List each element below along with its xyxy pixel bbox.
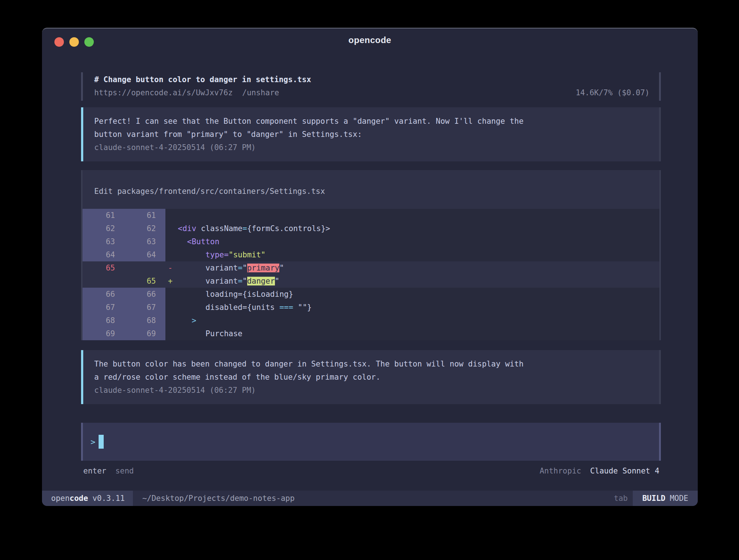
diff-row: 6969 Purchase bbox=[83, 327, 659, 340]
message-line: a red/rose color scheme instead of the b… bbox=[94, 371, 650, 384]
mode-indicator: BUILD MODE bbox=[633, 491, 698, 506]
diff-row: 6161 bbox=[83, 209, 659, 222]
message-line: The button color has been changed to dan… bbox=[94, 357, 650, 371]
code-line: loading={isLoading} bbox=[178, 288, 659, 301]
line-number-old bbox=[83, 275, 125, 288]
line-number-old: 64 bbox=[83, 248, 125, 261]
line-number-new: 66 bbox=[125, 288, 165, 301]
code-line: <div className={formCs.controls}> bbox=[178, 222, 659, 235]
line-number-new: 62 bbox=[125, 222, 165, 235]
diff-row: 6868 > bbox=[83, 314, 659, 327]
diff-marker: + bbox=[165, 275, 178, 288]
text-cursor bbox=[99, 435, 104, 449]
line-number-old: 68 bbox=[83, 314, 125, 327]
diff-row: 65+ variant="danger" bbox=[83, 275, 659, 288]
prompt-input[interactable]: > bbox=[81, 423, 661, 461]
window-title: opencode bbox=[42, 35, 698, 45]
diff-row: 6262<div className={formCs.controls}> bbox=[83, 222, 659, 235]
token-usage: 14.6K/7% ($0.07) bbox=[576, 86, 650, 99]
assistant-message: The button color has been changed to dan… bbox=[81, 350, 661, 404]
send-action-hint: send bbox=[115, 467, 134, 475]
titlebar: opencode bbox=[42, 28, 698, 51]
line-number-new: 69 bbox=[125, 327, 165, 340]
line-number-old: 67 bbox=[83, 301, 125, 314]
code-line: > bbox=[178, 314, 659, 327]
working-directory: ~/Desktop/Projects/demo-notes-app bbox=[142, 491, 295, 506]
code-line: disabled={units === ""} bbox=[178, 301, 659, 314]
diff-marker bbox=[165, 288, 178, 301]
diff-marker bbox=[165, 314, 178, 327]
code-line bbox=[178, 209, 659, 222]
diff-row: 6464 type="submit" bbox=[83, 248, 659, 261]
provider-label: Anthropic bbox=[540, 467, 581, 475]
diff-marker bbox=[165, 209, 178, 222]
line-number-new: 68 bbox=[125, 314, 165, 327]
diff-row: 6666 loading={isLoading} bbox=[83, 288, 659, 301]
code-line: variant="primary" bbox=[178, 261, 659, 275]
line-number-new: 61 bbox=[125, 209, 165, 222]
code-line: variant="danger" bbox=[178, 275, 659, 288]
hints-row: enter send Anthropic Claude Sonnet 4 bbox=[81, 464, 661, 477]
app-version: v0.3.11 bbox=[92, 494, 125, 503]
edit-file-title: Edit packages/frontend/src/containers/Se… bbox=[83, 170, 659, 209]
assistant-message: Perfect! I can see that the Button compo… bbox=[81, 107, 661, 161]
diff-row: 6363 <Button bbox=[83, 235, 659, 248]
line-number-old: 66 bbox=[83, 288, 125, 301]
tab-key-hint: tab bbox=[614, 491, 628, 506]
app-version-segment: opencode v0.3.11 bbox=[42, 491, 133, 506]
message-meta: claude-sonnet-4-20250514 (06:27 PM) bbox=[94, 384, 650, 397]
unshare-command[interactable]: /unshare bbox=[242, 86, 279, 99]
message-line: Perfect! I can see that the Button compo… bbox=[94, 115, 650, 128]
line-number-new bbox=[125, 261, 165, 275]
diff-marker bbox=[165, 301, 178, 314]
model-label: Claude Sonnet 4 bbox=[590, 467, 659, 475]
code-line: type="submit" bbox=[178, 248, 659, 261]
edit-tool-card: Edit packages/frontend/src/containers/Se… bbox=[81, 170, 661, 340]
status-bar: opencode v0.3.11 ~/Desktop/Projects/demo… bbox=[42, 491, 698, 506]
share-url[interactable]: https://opencode.ai/s/UwJxv76z bbox=[94, 86, 233, 99]
diff-marker bbox=[165, 327, 178, 340]
line-number-new: 64 bbox=[125, 248, 165, 261]
diff-marker bbox=[165, 235, 178, 248]
message-meta: claude-sonnet-4-20250514 (06:27 PM) bbox=[94, 141, 650, 154]
line-number-old: 62 bbox=[83, 222, 125, 235]
opencode-window: opencode # Change button color to danger… bbox=[42, 28, 698, 506]
line-number-new: 67 bbox=[125, 301, 165, 314]
message-line: button variant from "primary" to "danger… bbox=[94, 128, 650, 141]
line-number-old: 65 bbox=[83, 261, 125, 275]
diff-row: 6767 disabled={units === ""} bbox=[83, 301, 659, 314]
code-line: Purchase bbox=[178, 327, 659, 340]
diff-rows: 61616262<div className={formCs.controls}… bbox=[83, 209, 659, 340]
diff-marker bbox=[165, 248, 178, 261]
diff-marker: - bbox=[165, 261, 178, 275]
enter-key-hint: enter bbox=[83, 467, 106, 475]
line-number-old: 69 bbox=[83, 327, 125, 340]
diff-marker bbox=[165, 222, 178, 235]
code-line: <Button bbox=[178, 235, 659, 248]
line-number-old: 63 bbox=[83, 235, 125, 248]
line-number-new: 63 bbox=[125, 235, 165, 248]
prompt-symbol: > bbox=[91, 437, 95, 446]
app-name: open bbox=[51, 494, 70, 503]
session-header: # Change button color to danger in setti… bbox=[81, 72, 661, 101]
line-number-old: 61 bbox=[83, 209, 125, 222]
line-number-new: 65 bbox=[125, 275, 165, 288]
session-title: # Change button color to danger in setti… bbox=[94, 73, 650, 86]
diff-row: 65- variant="primary" bbox=[83, 261, 659, 275]
